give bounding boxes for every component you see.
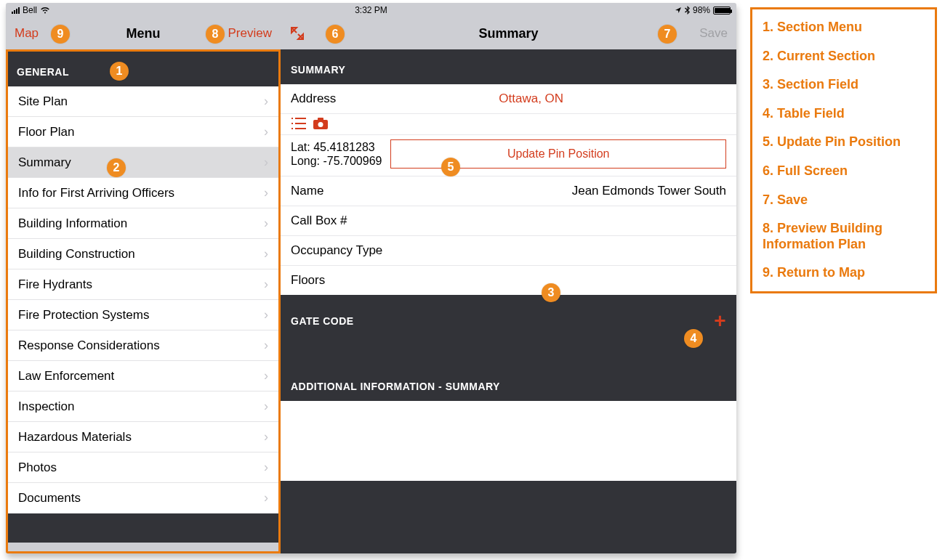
detail-title: Summary (478, 26, 538, 41)
occupancy-field[interactable]: Occupancy Type (281, 236, 736, 266)
occupancy-label: Occupancy Type (291, 243, 382, 258)
latlong-text: Lat: 45.4181283 Long: -75.700969 (291, 140, 382, 168)
bluetooth-icon (685, 6, 690, 15)
chevron-right-icon: › (264, 185, 268, 200)
gatecode-header: GATE CODE + (281, 295, 736, 341)
legend-item: 1. Section Menu (763, 20, 925, 36)
menu-item-label: Summary (18, 155, 71, 170)
svg-point-2 (318, 122, 323, 127)
menu-item-label: Hazardous Materials (18, 430, 132, 445)
legend-panel: 1. Section Menu2. Current Section3. Sect… (750, 7, 937, 293)
menu-item-label: Law Enforcement (18, 369, 114, 384)
menu-border: GENERAL Site Plan›Floor Plan›Summary›Inf… (6, 49, 281, 553)
name-field[interactable]: Name Jean Edmonds Tower South (281, 176, 736, 206)
menu-item-label: Site Plan (18, 94, 68, 109)
name-label: Name (291, 184, 323, 198)
chevron-right-icon: › (264, 429, 268, 445)
name-value: Jean Edmonds Tower South (572, 184, 726, 198)
legend-item: 9. Return to Map (763, 265, 925, 281)
callout-6: 6 (326, 25, 345, 44)
menu-item-label: Inspection (18, 399, 75, 414)
menu-pane: Map Menu Preview GENERAL Site Plan›Floor… (6, 17, 281, 553)
menu-item[interactable]: Inspection› (8, 391, 278, 422)
lat-label: Lat: (291, 141, 310, 153)
address-value: Ottawa, ON (499, 92, 563, 106)
summary-header: SUMMARY (281, 49, 736, 84)
callout-4: 4 (684, 329, 703, 348)
floors-field[interactable]: Floors (281, 266, 736, 295)
legend-item: 4. Table Field (763, 106, 925, 122)
field-toolbar (281, 114, 736, 135)
carrier-label: Bell (23, 5, 37, 15)
map-button[interactable]: Map (15, 26, 39, 41)
detail-content: SUMMARY Address Ottawa, ON (281, 49, 736, 553)
camera-icon[interactable] (313, 117, 329, 130)
addl-info-body[interactable] (281, 401, 736, 481)
add-gatecode-button[interactable]: + (714, 309, 726, 333)
menu-item-label: Floor Plan (18, 125, 74, 139)
menu-item[interactable]: Fire Hydrants› (8, 269, 278, 300)
svg-rect-1 (318, 118, 323, 121)
summary-header-label: SUMMARY (291, 64, 345, 76)
legend-item: 5. Update Pin Position (763, 134, 925, 150)
signal-icon (12, 7, 20, 14)
callout-1: 1 (110, 62, 129, 81)
long-value: -75.700969 (323, 155, 382, 167)
battery-icon (713, 7, 731, 15)
menu-item[interactable]: Response Considerations› (8, 330, 278, 361)
menu-item[interactable]: Fire Protection Systems› (8, 300, 278, 330)
gatecode-label: GATE CODE (291, 315, 354, 327)
app-screenshot: Bell 3:32 PM 98% Map Menu Preview (6, 3, 736, 553)
wifi-icon (40, 7, 50, 14)
lat-value: 45.4181283 (313, 141, 375, 153)
chevron-right-icon: › (264, 277, 268, 292)
menu-item-label: Fire Hydrants (18, 277, 92, 292)
addl-info-label: ADDITIONAL INFORMATION - SUMMARY (291, 381, 500, 392)
callout-8: 8 (206, 25, 225, 44)
address-field[interactable]: Address Ottawa, ON (281, 84, 736, 114)
legend-item: 3. Section Field (763, 77, 925, 93)
legend-item: 2. Current Section (763, 49, 925, 65)
preview-button[interactable]: Preview (228, 26, 272, 41)
fullscreen-icon[interactable] (289, 25, 305, 41)
list-icon[interactable] (291, 117, 307, 130)
callout-7: 7 (658, 25, 677, 44)
menu-title: Menu (126, 26, 161, 41)
menu-navbar: Map Menu Preview (6, 17, 281, 49)
menu-item[interactable]: Floor Plan› (8, 117, 278, 147)
menu-footer (8, 514, 278, 543)
callout-9: 9 (51, 25, 70, 44)
menu-item[interactable]: Summary› (8, 147, 278, 178)
chevron-right-icon: › (264, 338, 268, 353)
floors-label: Floors (291, 273, 325, 288)
chevron-right-icon: › (264, 246, 268, 261)
menu-item[interactable]: Building Information› (8, 208, 278, 239)
menu-item-label: Building Construction (18, 247, 135, 261)
callout-3: 3 (542, 283, 560, 302)
menu-item[interactable]: Documents› (8, 483, 278, 514)
address-label: Address (291, 92, 336, 106)
chevron-right-icon: › (264, 368, 268, 384)
menu-item[interactable]: Info for First Arriving Officers› (8, 178, 278, 208)
menu-item[interactable]: Site Plan› (8, 86, 278, 117)
gatecode-body (281, 341, 736, 366)
save-button[interactable]: Save (699, 26, 728, 41)
chevron-right-icon: › (264, 399, 268, 414)
location-icon (675, 7, 682, 14)
menu-item[interactable]: Photos› (8, 453, 278, 483)
chevron-right-icon: › (264, 460, 268, 475)
chevron-right-icon: › (264, 490, 268, 506)
menu-item[interactable]: Hazardous Materials› (8, 422, 278, 453)
battery-percent: 98% (693, 5, 710, 15)
menu-section-header: GENERAL (8, 52, 278, 86)
menu-item-label: Info for First Arriving Officers (18, 186, 174, 200)
legend-item: 6. Full Screen (763, 163, 925, 179)
menu-item[interactable]: Law Enforcement› (8, 361, 278, 391)
latlong-row: Lat: 45.4181283 Long: -75.700969 Update … (281, 135, 736, 176)
menu-item-label: Building Information (18, 216, 127, 231)
menu-item[interactable]: Building Construction› (8, 239, 278, 269)
status-bar: Bell 3:32 PM 98% (6, 3, 736, 17)
detail-pane: Summary Save SUMMARY Address Ottawa, ON (281, 17, 736, 553)
bottom-spacer (281, 481, 736, 553)
callbox-field[interactable]: Call Box # (281, 206, 736, 236)
